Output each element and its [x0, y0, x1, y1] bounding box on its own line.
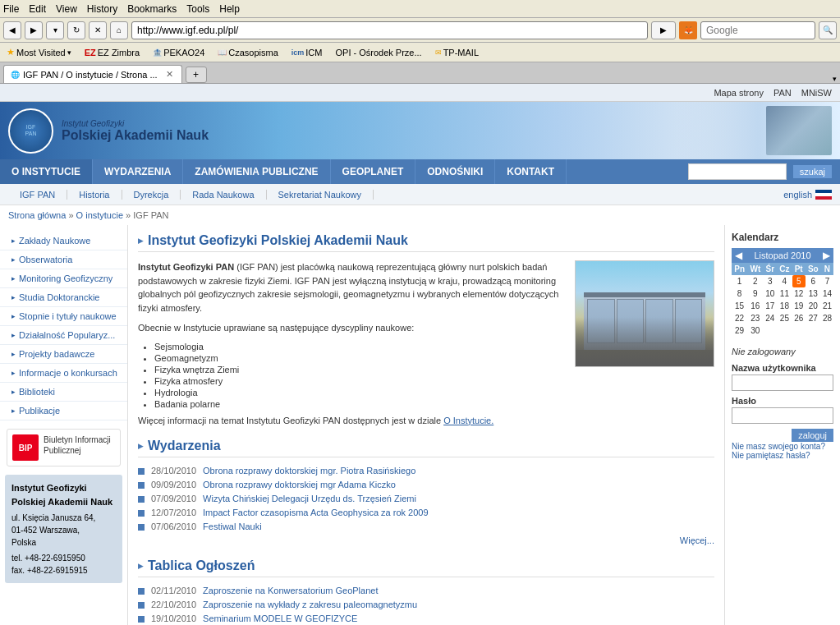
sidebar-item-monitoring[interactable]: Monitoring Geofizyczny	[0, 269, 127, 288]
bookmark-opi[interactable]: OPI - Ośrodek Prze...	[332, 46, 425, 59]
sidebar-item-informacje[interactable]: Informacje o konkursach	[0, 364, 127, 383]
tab-close[interactable]: ✕	[166, 69, 173, 80]
ann-link-2[interactable]: Seminarium MODELE W GEOFIZYCE	[203, 614, 357, 623]
no-account-link[interactable]: Nie masz swojego konta?	[732, 442, 833, 451]
bookmark-zimbra[interactable]: EZ EZ Zimbra	[81, 46, 143, 59]
subnav-dyrekcja[interactable]: Dyrekcja	[122, 190, 181, 200]
cal-day[interactable]: 21	[821, 300, 833, 312]
menu-bookmarks[interactable]: Bookmarks	[127, 3, 177, 15]
dropdown-button[interactable]: ▾	[46, 21, 64, 39]
cal-day[interactable]: 13	[806, 287, 821, 300]
language-switcher[interactable]: english	[783, 190, 832, 200]
bookmark-icm[interactable]: icm ICM	[288, 46, 326, 59]
more-events-link[interactable]: Więcej...	[138, 535, 714, 545]
cal-day[interactable]: 9	[747, 287, 763, 300]
event-link-3[interactable]: Impact Factor czasopisma Acta Geophysica…	[203, 508, 429, 517]
go-button[interactable]: ▶	[651, 21, 676, 39]
nav-o-instytucie[interactable]: O INSTYTUCIE	[0, 159, 93, 184]
cal-day[interactable]: 6	[806, 275, 821, 287]
more-info-link[interactable]: O Instytucie.	[443, 416, 493, 425]
sidebar-item-zaklady[interactable]: Zakłady Naukowe	[0, 232, 127, 250]
cal-day[interactable]: 25	[777, 312, 792, 324]
forgot-password-link[interactable]: Nie pamiętasz hasła?	[732, 451, 833, 460]
nav-geoplanet[interactable]: GEOPLANET	[331, 159, 416, 184]
subnav-historia[interactable]: Historia	[67, 190, 122, 200]
nav-zamowienia[interactable]: ZAMÓWIENIA PUBLICZNE	[183, 159, 330, 184]
breadcrumb-o-instytucie[interactable]: O instytucie	[76, 210, 123, 220]
ann-link-0[interactable]: Zaproszenie na Konwersatorium GeoPlanet	[203, 586, 378, 595]
subnav-igfpan[interactable]: IGF PAN	[8, 190, 67, 200]
nav-odnosniki[interactable]: ODNOŚNIKI	[415, 159, 495, 184]
sidebar-item-publikacje[interactable]: Publikacje	[0, 402, 127, 420]
cal-day[interactable]: 4	[777, 275, 792, 287]
bookmark-most-visited[interactable]: ★ Most Visited ▾	[3, 45, 75, 59]
cal-day[interactable]: 15	[732, 300, 747, 312]
cal-today[interactable]: 5	[792, 275, 806, 287]
sidebar-item-studia[interactable]: Studia Doktoranckie	[0, 288, 127, 307]
calendar-next[interactable]: ▶	[823, 250, 830, 261]
cal-day[interactable]: 16	[747, 300, 763, 312]
cal-day[interactable]: 22	[732, 312, 747, 324]
topbar-mnisw-link[interactable]: MNiSW	[801, 88, 832, 98]
forward-button[interactable]: ▶	[25, 21, 43, 39]
bookmark-czasopisma[interactable]: 📖 Czasopisma	[214, 46, 282, 59]
sidebar-item-dzialalnosc[interactable]: Działalność Popularyz...	[0, 326, 127, 345]
address-bar[interactable]	[131, 21, 648, 39]
sidebar-item-stopnie[interactable]: Stopnie i tytuły naukowe	[0, 307, 127, 326]
menu-file[interactable]: File	[3, 3, 19, 15]
topbar-map-link[interactable]: Mapa strony	[714, 88, 764, 98]
event-link-4[interactable]: Festiwal Nauki	[203, 522, 262, 531]
nav-search-input[interactable]	[688, 163, 787, 180]
breadcrumb-home[interactable]: Strona główna	[8, 210, 66, 220]
cal-day[interactable]: 1	[732, 275, 747, 287]
cal-day[interactable]: 24	[763, 312, 777, 324]
cal-day[interactable]: 2	[747, 275, 763, 287]
new-tab-button[interactable]: +	[186, 67, 207, 83]
nav-wydarzenia[interactable]: WYDARZENIA	[93, 159, 183, 184]
reload-button[interactable]: ↻	[67, 21, 85, 39]
cal-day[interactable]: 20	[806, 300, 821, 312]
sidebar-item-projekty[interactable]: Projekty badawcze	[0, 345, 127, 364]
cal-day[interactable]: 3	[763, 275, 777, 287]
tab-list-button[interactable]: ▾	[833, 75, 837, 83]
menu-help[interactable]: Help	[219, 3, 240, 15]
bookmark-pekao[interactable]: 🏦 PEKAO24	[149, 46, 208, 59]
cal-day[interactable]: 23	[747, 312, 763, 324]
login-button[interactable]: zaloguj	[792, 429, 833, 442]
menu-history[interactable]: History	[87, 3, 117, 15]
cal-day[interactable]: 18	[777, 300, 792, 312]
cal-day[interactable]: 12	[792, 287, 806, 300]
topbar-pan-link[interactable]: PAN	[773, 88, 792, 98]
cal-day[interactable]: 29	[732, 324, 747, 337]
bookmark-tpmail[interactable]: ✉ TP-MAIL	[432, 46, 482, 59]
cal-day[interactable]: 8	[732, 287, 747, 300]
cal-day[interactable]: 28	[821, 312, 833, 324]
cal-day[interactable]: 26	[792, 312, 806, 324]
cal-day[interactable]: 19	[792, 300, 806, 312]
nav-search-button[interactable]: szukaj	[793, 165, 832, 178]
cal-day[interactable]: 14	[821, 287, 833, 300]
cal-day[interactable]: 27	[806, 312, 821, 324]
nav-kontakt[interactable]: KONTAKT	[495, 159, 567, 184]
subnav-sekretariat[interactable]: Sekretariat Naukowy	[267, 190, 374, 200]
cal-day[interactable]: 17	[763, 300, 777, 312]
menu-view[interactable]: View	[56, 3, 77, 15]
search-input[interactable]	[700, 21, 815, 39]
menu-edit[interactable]: Edit	[29, 3, 46, 15]
back-button[interactable]: ◀	[3, 21, 21, 39]
cal-day[interactable]: 10	[763, 287, 777, 300]
stop-button[interactable]: ✕	[89, 21, 107, 39]
cal-day[interactable]: 11	[777, 287, 792, 300]
sidebar-item-biblioteki[interactable]: Biblioteki	[0, 383, 127, 402]
sidebar-item-obserwatoria[interactable]: Obserwatoria	[0, 250, 127, 269]
calendar-prev[interactable]: ◀	[735, 250, 742, 261]
menu-tools[interactable]: Tools	[186, 3, 209, 15]
username-input[interactable]	[732, 375, 833, 391]
home-button[interactable]: ⌂	[110, 21, 128, 39]
subnav-rada[interactable]: Rada Naukowa	[181, 190, 266, 200]
cal-day[interactable]: 7	[821, 275, 833, 287]
search-submit[interactable]: 🔍	[819, 21, 837, 39]
ann-link-1[interactable]: Zaproszenie na wykłady z zakresu paleoma…	[203, 600, 417, 609]
event-link-0[interactable]: Obrona rozprawy doktorskiej mgr. Piotra …	[203, 466, 415, 476]
cal-day[interactable]: 30	[747, 324, 763, 337]
